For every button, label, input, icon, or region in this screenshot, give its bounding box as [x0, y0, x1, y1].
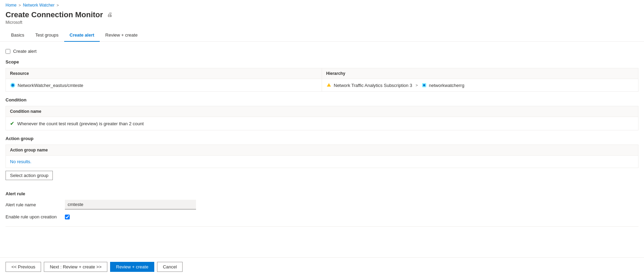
breadcrumb-home[interactable]: Home: [6, 3, 17, 8]
enable-rule-checkbox[interactable]: [65, 215, 70, 219]
scope-box: Resource Hierarchy NetworkWatcher_eastus…: [6, 68, 638, 92]
action-group-box: Action group name No results.: [6, 145, 638, 168]
ag-content: No results.: [6, 156, 638, 168]
hierarchy-subscription: Network Traffic Analytics Subscription 3: [334, 83, 412, 88]
scope-resource-header: Resource: [6, 68, 322, 79]
tab-review-create[interactable]: Review + create: [100, 29, 143, 42]
create-alert-label: Create alert: [13, 49, 37, 54]
next-button[interactable]: Next : Review + create >>: [44, 262, 107, 272]
tab-create-alert[interactable]: Create alert: [64, 29, 100, 42]
footer: << Previous Next : Review + create >> Re…: [0, 257, 644, 276]
condition-content: ✔ Whenever the count test result (previe…: [6, 117, 638, 130]
scope-hierarchy-cell: Network Traffic Analytics Subscription 3…: [322, 79, 638, 91]
rg-icon: [421, 82, 427, 88]
alert-rule-name-input[interactable]: [65, 200, 196, 209]
breadcrumb-sep1: >: [19, 3, 21, 7]
scope-row: NetworkWatcher_eastus/cmteste Network Tr…: [6, 79, 638, 91]
tabs-container: Basics Test groups Create alert Review +…: [0, 29, 644, 42]
green-check-icon: ✔: [10, 120, 14, 127]
scope-hierarchy-header: Hierarchy: [322, 68, 638, 79]
svg-marker-2: [327, 83, 331, 87]
alert-rule-name-label: Alert rule name: [6, 202, 61, 207]
alert-rule-section: Alert rule Alert rule name Enable rule u…: [6, 191, 638, 219]
breadcrumb-sep2: >: [57, 3, 59, 7]
create-alert-row: Create alert: [6, 49, 638, 54]
create-alert-checkbox[interactable]: [6, 49, 10, 54]
select-action-group-button[interactable]: Select action group: [6, 171, 53, 180]
subscription-icon: [326, 82, 332, 88]
alert-rule-label: Alert rule: [6, 191, 638, 196]
svg-point-1: [11, 84, 14, 87]
main-content: Create alert Scope Resource Hierarchy Ne…: [0, 42, 644, 240]
resource-icon: [10, 82, 16, 88]
scope-header: Resource Hierarchy: [6, 68, 638, 79]
tab-basics[interactable]: Basics: [6, 29, 30, 42]
enable-rule-label: Enable rule upon creation: [6, 214, 61, 219]
scope-resource-value: NetworkWatcher_eastus/cmteste: [18, 83, 83, 88]
page-subtitle: Microsoft: [0, 20, 644, 28]
breadcrumb-network-watcher[interactable]: Network Watcher: [23, 3, 55, 8]
alert-rule-name-row: Alert rule name: [6, 200, 638, 209]
page-header: Create Connection Monitor 🖨: [0, 9, 644, 20]
scope-resource-cell: NetworkWatcher_eastus/cmteste: [6, 79, 322, 91]
tab-test-groups[interactable]: Test groups: [30, 29, 64, 42]
condition-text: Whenever the count test result (preview)…: [17, 121, 144, 126]
condition-section: Condition Condition name ✔ Whenever the …: [6, 97, 638, 130]
condition-name-header: Condition name: [6, 106, 638, 117]
breadcrumb: Home > Network Watcher >: [0, 0, 644, 9]
hierarchy-chevron: >: [416, 83, 418, 87]
hierarchy-rg: networkwatcherrg: [429, 83, 465, 88]
action-group-section: Action group Action group name No result…: [6, 136, 638, 186]
enable-rule-row: Enable rule upon creation: [6, 214, 638, 219]
cancel-button[interactable]: Cancel: [157, 262, 183, 272]
condition-box: Condition name ✔ Whenever the count test…: [6, 106, 638, 130]
review-create-button[interactable]: Review + create: [110, 262, 154, 272]
print-icon[interactable]: 🖨: [107, 12, 113, 18]
scope-label: Scope: [6, 59, 638, 65]
content-divider: [6, 226, 638, 227]
svg-rect-4: [423, 84, 425, 86]
action-group-label: Action group: [6, 136, 638, 141]
previous-button[interactable]: << Previous: [6, 262, 41, 272]
condition-label: Condition: [6, 97, 638, 102]
page-title: Create Connection Monitor: [6, 10, 103, 19]
ag-name-header: Action group name: [6, 145, 638, 156]
no-results-text: No results.: [10, 159, 31, 164]
